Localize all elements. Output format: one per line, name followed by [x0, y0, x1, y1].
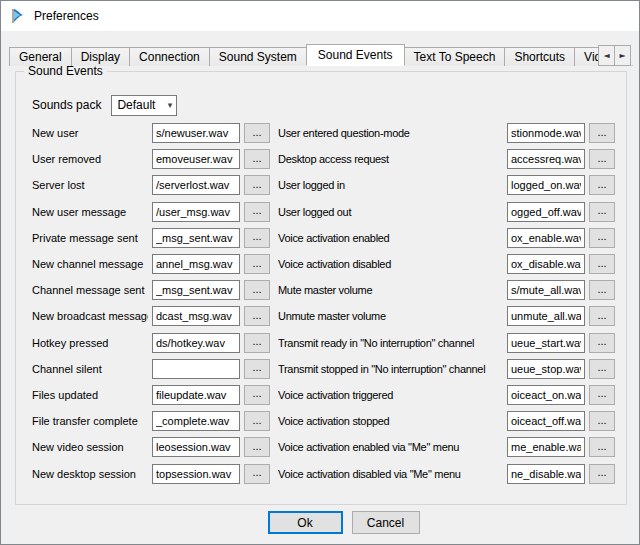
browse-button[interactable]: ... [244, 333, 270, 353]
sounds-pack-value: Default [117, 98, 155, 112]
browse-button[interactable]: ... [244, 359, 270, 379]
sound-file-input[interactable] [507, 464, 585, 484]
sound-file-input[interactable] [507, 333, 585, 353]
browse-button[interactable]: ... [244, 306, 270, 326]
browse-button[interactable]: ... [589, 333, 615, 353]
browse-button[interactable]: ... [244, 123, 270, 143]
tab-bar: GeneralDisplayConnectionSound SystemSoun… [9, 44, 633, 66]
sound-file-input[interactable] [507, 149, 585, 169]
sound-event-label: User logged out [278, 206, 503, 218]
browse-button[interactable]: ... [244, 228, 270, 248]
sound-file-input[interactable] [507, 359, 585, 379]
tab-connection[interactable]: Connection [129, 47, 210, 66]
browse-button[interactable]: ... [244, 149, 270, 169]
sound-file-input[interactable] [152, 411, 240, 431]
sounds-pack-label: Sounds pack [32, 98, 101, 112]
sound-event-label: New desktop session [32, 468, 148, 480]
sound-file-input[interactable] [152, 175, 240, 195]
sound-file-input[interactable] [507, 123, 585, 143]
browse-button[interactable]: ... [244, 385, 270, 405]
sound-file-input[interactable] [507, 306, 585, 326]
browse-button[interactable]: ... [589, 306, 615, 326]
browse-button[interactable]: ... [589, 123, 615, 143]
browse-button[interactable]: ... [589, 464, 615, 484]
cancel-button[interactable]: Cancel [352, 511, 420, 534]
sound-event-label: Hotkey pressed [32, 337, 148, 349]
browse-button[interactable]: ... [244, 464, 270, 484]
sound-event-label: User removed [32, 153, 148, 165]
sound-file-input[interactable] [152, 437, 240, 457]
browse-button[interactable]: ... [244, 202, 270, 222]
browse-button[interactable]: ... [589, 202, 615, 222]
sound-events-groupbox: Sound Events Sounds pack Default ▾ New u… [15, 71, 627, 505]
tab-display[interactable]: Display [71, 47, 130, 66]
tab-sound-system[interactable]: Sound System [209, 47, 307, 66]
sound-event-label: Voice activation stopped [278, 415, 503, 427]
preferences-dialog: Preferences GeneralDisplayConnectionSoun… [0, 0, 640, 545]
sound-file-input[interactable] [152, 333, 240, 353]
sound-file-input[interactable] [152, 306, 240, 326]
sound-event-label: Files updated [32, 389, 148, 401]
tab-text-to-speech[interactable]: Text To Speech [404, 47, 506, 66]
ok-button[interactable]: Ok [268, 511, 343, 534]
browse-button[interactable]: ... [244, 280, 270, 300]
sound-file-input[interactable] [507, 175, 585, 195]
browse-button[interactable]: ... [589, 280, 615, 300]
tab-scroll-buttons: ◄ ► [599, 45, 631, 66]
sound-event-label: Unmute master volume [278, 310, 503, 322]
browse-button[interactable]: ... [244, 254, 270, 274]
browse-button[interactable]: ... [589, 254, 615, 274]
sound-event-label: Mute master volume [278, 284, 503, 296]
sound-event-label: Voice activation triggered [278, 389, 503, 401]
sound-event-label: Private message sent [32, 232, 148, 244]
sound-event-label: User logged in [278, 179, 503, 191]
browse-button[interactable]: ... [244, 411, 270, 431]
sound-file-input[interactable] [507, 202, 585, 222]
browse-button[interactable]: ... [589, 228, 615, 248]
sound-event-label: New broadcast message [32, 310, 148, 322]
sound-file-input[interactable] [152, 464, 240, 484]
sound-event-label: Channel message sent [32, 284, 148, 296]
browse-button[interactable]: ... [589, 411, 615, 431]
sound-file-input[interactable] [152, 385, 240, 405]
sound-file-input[interactable] [507, 254, 585, 274]
sound-file-input[interactable] [507, 411, 585, 431]
sound-event-label: Server lost [32, 179, 148, 191]
sound-file-input[interactable] [152, 123, 240, 143]
sound-event-label: File transfer complete [32, 415, 148, 427]
sound-event-label: Voice activation enabled [278, 232, 503, 244]
sound-event-label: New channel message [32, 258, 148, 270]
browse-button[interactable]: ... [589, 359, 615, 379]
browse-button[interactable]: ... [589, 175, 615, 195]
window-title: Preferences [34, 9, 99, 23]
titlebar: Preferences [1, 1, 639, 31]
sound-file-input[interactable] [507, 437, 585, 457]
sound-event-label: User entered question-mode [278, 127, 503, 139]
sound-file-input[interactable] [152, 202, 240, 222]
tab-sound-events[interactable]: Sound Events [306, 44, 405, 66]
sound-event-label: Channel silent [32, 363, 148, 375]
sound-file-input[interactable] [152, 254, 240, 274]
tab-shortcuts[interactable]: Shortcuts [504, 47, 575, 66]
sound-file-input[interactable] [152, 359, 240, 379]
browse-button[interactable]: ... [244, 437, 270, 457]
sound-file-input[interactable] [507, 385, 585, 405]
browse-button[interactable]: ... [589, 149, 615, 169]
sound-file-input[interactable] [152, 280, 240, 300]
sound-file-input[interactable] [507, 280, 585, 300]
browse-button[interactable]: ... [589, 437, 615, 457]
tab-scroll-left-button[interactable]: ◄ [598, 45, 615, 66]
sound-file-input[interactable] [152, 149, 240, 169]
tab-scroll-right-button[interactable]: ► [614, 45, 631, 66]
sounds-pack-select[interactable]: Default ▾ [111, 95, 177, 116]
right-column: User entered question-mode ... Desktop a… [278, 120, 615, 487]
sound-event-label: Voice activation disabled [278, 258, 503, 270]
sound-event-label: Voice activation enabled via "Me" menu [278, 441, 503, 453]
sound-file-input[interactable] [152, 228, 240, 248]
sound-event-label: New video session [32, 441, 148, 453]
dialog-footer: Ok Cancel [1, 511, 639, 534]
tab-general[interactable]: General [9, 47, 72, 66]
browse-button[interactable]: ... [244, 175, 270, 195]
browse-button[interactable]: ... [589, 385, 615, 405]
sound-file-input[interactable] [507, 228, 585, 248]
